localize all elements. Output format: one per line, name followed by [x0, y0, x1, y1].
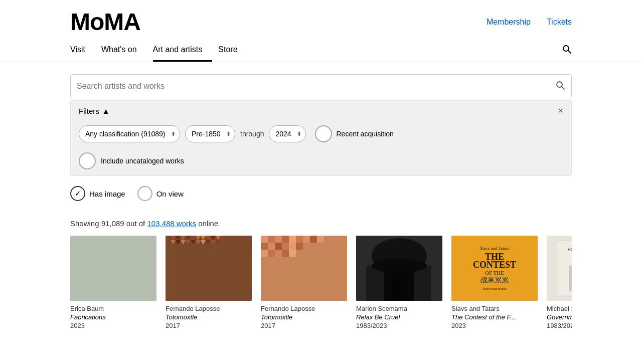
artwork-year: 2017: [261, 322, 347, 329]
artworks-grid: Erica Baum Fabrications 2023: [70, 236, 572, 329]
svg-rect-39: [275, 243, 282, 250]
nav-art-artists[interactable]: Art and artists: [153, 39, 213, 62]
has-image-label: Has image: [89, 190, 125, 198]
through-label: through: [240, 130, 264, 138]
main-nav: Visit What's on Art and artists Store: [0, 39, 642, 62]
svg-rect-29: [268, 236, 275, 243]
classification-select-wrap: Any classification (91089): [79, 125, 180, 142]
svg-rect-38: [268, 243, 275, 250]
svg-text:战果累累: 战果累累: [480, 276, 509, 284]
on-view-checkbox[interactable]: On view: [137, 186, 184, 201]
classification-select[interactable]: Any classification (91089): [79, 125, 180, 142]
svg-text:CONTEST: CONTEST: [473, 260, 516, 270]
svg-rect-4: [70, 236, 156, 301]
search-submit-icon[interactable]: [555, 80, 565, 93]
svg-rect-36: [317, 236, 324, 243]
search-bar[interactable]: [70, 74, 572, 98]
svg-rect-41: [289, 243, 296, 250]
recent-acquisition-label: Recent acquisition: [336, 130, 393, 138]
svg-rect-43: [261, 250, 268, 257]
artwork-item[interactable]: Marion Scemama Relax Be Cruel 1983/2023: [356, 236, 442, 329]
nav-search-icon[interactable]: [562, 44, 572, 57]
results-total-link[interactable]: 103,488 works: [147, 219, 196, 228]
svg-rect-44: [268, 250, 275, 257]
artwork-thumbnail: [356, 236, 442, 301]
results-count: Showing 91,089 out of 103,488 works onli…: [70, 205, 572, 236]
svg-line-1: [568, 51, 571, 54]
svg-rect-45: [275, 250, 282, 257]
has-image-checkbox-circle[interactable]: ✓: [70, 186, 85, 201]
artwork-title: Government Appro...: [547, 313, 572, 321]
date-to-select[interactable]: 2024 2023 2022 2020 2010: [269, 125, 306, 142]
artwork-item[interactable]: HOME FALLOUT SHELTER KNOCK KOCK— Governm…: [547, 236, 572, 329]
header: MoMA Membership Tickets: [0, 0, 642, 39]
artwork-title: Fabrications: [70, 313, 156, 321]
recent-acquisition-toggle[interactable]: [315, 125, 332, 142]
filters-chevron-icon: ▲: [102, 107, 110, 115]
artwork-thumbnail: Slavs and Tatars THE CONTEST OF THE 战果累累…: [451, 236, 538, 301]
artwork-title: The Contest of the F...: [451, 313, 538, 321]
artwork-item[interactable]: Fernando Laposse Totomoxtle 2017: [261, 236, 347, 329]
checkbox-row: ✓ Has image On view: [70, 180, 572, 205]
artwork-item[interactable]: Erica Baum Fabrications 2023: [70, 236, 156, 329]
artwork-artist: Marion Scemama: [356, 305, 442, 312]
results-suffix: online: [196, 219, 218, 228]
artwork-item[interactable]: Fernando Laposse Totomoxtle 2017: [166, 236, 252, 329]
svg-rect-33: [296, 236, 303, 243]
artwork-title: Relax Be Cruel: [356, 313, 442, 321]
svg-rect-32: [289, 236, 296, 243]
has-image-checkbox[interactable]: ✓ Has image: [70, 186, 125, 201]
artwork-thumbnail: [70, 236, 156, 301]
nav-whats-on[interactable]: What's on: [101, 39, 147, 62]
svg-rect-30: [275, 236, 282, 243]
artwork-year: 1983/2023: [547, 322, 572, 329]
artwork-item[interactable]: Slavs and Tatars THE CONTEST OF THE 战果累累…: [451, 236, 538, 329]
on-view-label: On view: [156, 190, 184, 198]
header-links: Membership Tickets: [487, 18, 572, 27]
svg-text:HOME FALLOUT SHELTER: HOME FALLOUT SHELTER: [568, 248, 572, 251]
artwork-thumbnail: [166, 236, 252, 301]
svg-text:OF THE: OF THE: [485, 270, 504, 276]
membership-link[interactable]: Membership: [487, 18, 531, 27]
artwork-year: 2023: [70, 322, 156, 329]
artwork-title: Totomoxtle: [166, 313, 252, 321]
svg-rect-47: [289, 250, 296, 257]
filters-container: Filters ▲ × Any classification (91089) P…: [70, 100, 572, 176]
svg-rect-42: [296, 243, 303, 250]
nav-visit[interactable]: Visit: [70, 39, 95, 62]
date-to-select-wrap: 2024 2023 2022 2020 2010: [269, 125, 306, 142]
filters-close-button[interactable]: ×: [558, 106, 563, 116]
tickets-link[interactable]: Tickets: [547, 18, 572, 27]
svg-rect-67: [569, 266, 572, 291]
svg-point-54: [391, 272, 407, 280]
artwork-thumbnail: [261, 236, 347, 301]
filters-text: Filters: [79, 107, 99, 115]
filters-row: Any classification (91089) Pre-1850 1850…: [71, 121, 571, 148]
search-input[interactable]: [77, 82, 555, 91]
artwork-artist: Michael Smith: [547, 305, 572, 312]
uncataloged-toggle[interactable]: [79, 152, 96, 169]
artwork-year: 1983/2023: [356, 322, 442, 329]
svg-rect-46: [282, 250, 289, 257]
date-from-select[interactable]: Pre-1850 1850 1900 1950 2000: [185, 125, 235, 142]
svg-rect-5: [166, 236, 252, 301]
filters-header: Filters ▲ ×: [71, 101, 571, 121]
svg-rect-31: [282, 236, 289, 243]
nav-store[interactable]: Store: [218, 39, 247, 62]
svg-rect-28: [261, 236, 268, 243]
artwork-artist: Fernando Laposse: [166, 305, 252, 312]
artwork-artist: Slavs and Tatars: [451, 305, 538, 312]
logo[interactable]: MoMA: [70, 5, 140, 39]
svg-rect-37: [261, 243, 268, 250]
filters-label: Filters ▲: [79, 107, 110, 115]
on-view-checkbox-circle[interactable]: [137, 186, 152, 201]
main-content: Filters ▲ × Any classification (91089) P…: [0, 62, 642, 341]
artwork-thumbnail: HOME FALLOUT SHELTER KNOCK KOCK— Governm…: [547, 236, 572, 301]
svg-rect-34: [303, 236, 310, 243]
results-showing-text: Showing 91,089 out of: [70, 219, 147, 228]
date-from-select-wrap: Pre-1850 1850 1900 1950 2000: [185, 125, 235, 142]
uncataloged-row: Include uncataloged works: [71, 148, 571, 175]
svg-rect-35: [310, 236, 317, 243]
artwork-year: 2023: [451, 322, 538, 329]
svg-text:Slavs and Tatars: Slavs and Tatars: [480, 246, 510, 251]
